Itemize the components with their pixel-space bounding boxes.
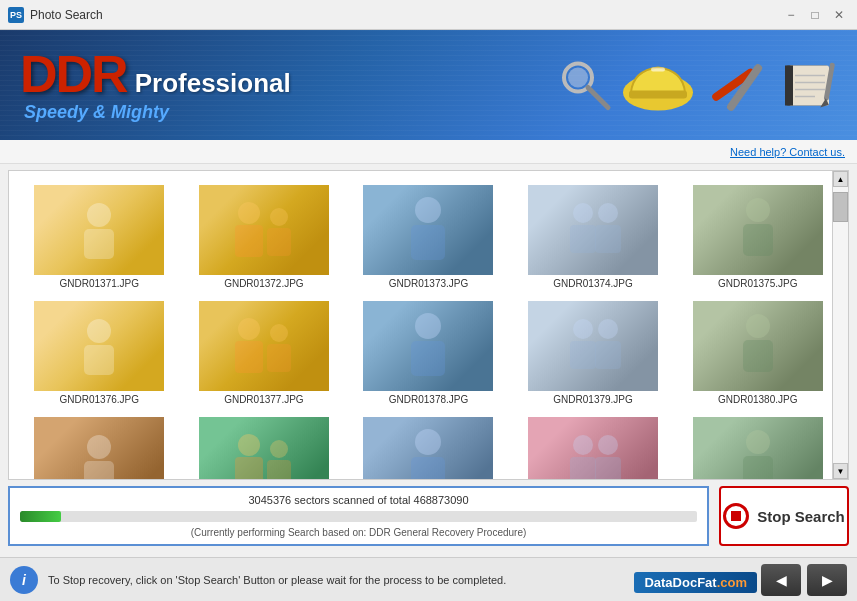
list-item[interactable]: GNDR01380.JPG [675,295,840,411]
progress-text: 3045376 sectors scanned of total 4688730… [20,494,697,506]
svg-rect-4 [629,91,687,99]
svg-rect-22 [267,228,291,256]
svg-rect-52 [411,457,445,480]
photo-label: GNDR01375.JPG [718,278,797,289]
title-bar-left: PS Photo Search [8,7,103,23]
svg-point-33 [238,318,260,340]
photo-label: GNDR01373.JPG [389,278,468,289]
svg-point-35 [270,324,288,342]
brand-watermark: DataDocFat.com [634,572,757,593]
svg-point-39 [573,319,593,339]
magnifier-icon [558,58,613,113]
info-icon: i [10,566,38,594]
progress-box: 3045376 sectors scanned of total 4688730… [8,486,709,546]
photo-thumbnail [363,417,493,480]
photo-thumbnail [34,185,164,275]
helmet-icon [621,53,696,118]
close-button[interactable]: ✕ [829,5,849,25]
list-item[interactable]: GNDR01375.JPG [675,179,840,295]
banner-logo: DDR Professional Speedy & Mighty [20,48,291,123]
svg-line-2 [588,88,608,108]
ddr-text: DDR [20,48,127,100]
stop-label: Stop Search [757,508,845,525]
svg-rect-32 [84,345,114,375]
professional-text: Professional [135,68,291,99]
minimize-button[interactable]: − [781,5,801,25]
window-title: Photo Search [30,8,103,22]
stop-search-button[interactable]: Stop Search [719,486,849,546]
list-item[interactable]: GNDR01371.JPG [17,179,182,295]
photo-label: GNDR01377.JPG [224,394,303,405]
scroll-down-button[interactable]: ▼ [833,463,848,479]
progress-status: (Currently performing Search based on: D… [20,527,697,538]
svg-point-51 [415,429,441,455]
svg-rect-20 [235,225,263,257]
bottom-bar: i To Stop recovery, click on 'Stop Searc… [0,557,857,601]
photo-thumbnail [199,301,329,391]
list-item[interactable]: GNDR01381.JPG [17,411,182,480]
photo-label: GNDR01378.JPG [389,394,468,405]
next-button[interactable]: ▶ [807,564,847,596]
maximize-button[interactable]: □ [805,5,825,25]
help-link[interactable]: Need help? Contact us. [730,146,845,158]
svg-rect-10 [785,65,793,105]
banner-icons [558,53,837,118]
list-item[interactable]: GNDR01382.JPG [182,411,347,480]
brand-name: DataDocFat [644,575,716,590]
svg-point-23 [415,197,441,223]
svg-point-17 [87,203,111,227]
photo-thumbnail [693,185,823,275]
svg-rect-24 [411,225,445,260]
photo-thumbnail [363,301,493,391]
svg-rect-38 [411,341,445,376]
tagline: Speedy & Mighty [24,102,291,123]
svg-point-53 [573,435,593,455]
list-item[interactable]: GNDR01385.JPG [675,411,840,480]
svg-point-47 [238,434,260,456]
list-item[interactable]: GNDR01373.JPG [346,179,511,295]
book-icon [777,60,837,110]
nav-buttons: ◀ ▶ [761,564,847,596]
svg-point-1 [568,68,588,88]
photo-thumbnail [693,417,823,480]
title-bar: PS Photo Search − □ ✕ [0,0,857,30]
list-item[interactable]: GNDR01372.JPG [182,179,347,295]
svg-point-41 [598,319,618,339]
svg-point-19 [238,202,260,224]
svg-rect-56 [595,457,621,480]
list-item[interactable]: GNDR01374.JPG [511,179,676,295]
svg-rect-9 [789,65,829,105]
list-item[interactable]: GNDR01377.JPG [182,295,347,411]
scrollbar[interactable]: ▲ ▼ [832,171,848,479]
svg-point-37 [415,313,441,339]
photo-thumbnail [528,417,658,480]
svg-point-57 [746,430,770,454]
photo-grid-container: GNDR01371.JPGGNDR01372.JPGGNDR01373.JPGG… [8,170,849,480]
list-item[interactable]: GNDR01383.JPG [346,411,511,480]
svg-point-45 [87,435,111,459]
photo-thumbnail [528,185,658,275]
svg-rect-48 [235,457,263,480]
list-item[interactable]: GNDR01384.JPG [511,411,676,480]
svg-point-49 [270,440,288,458]
svg-rect-54 [570,457,596,480]
banner: DDR Professional Speedy & Mighty [0,30,857,140]
svg-rect-26 [570,225,596,253]
svg-rect-5 [651,68,665,72]
list-item[interactable]: GNDR01379.JPG [511,295,676,411]
list-item[interactable]: GNDR01378.JPG [346,295,511,411]
photo-label: GNDR01379.JPG [553,394,632,405]
svg-rect-34 [235,341,263,373]
scroll-thumb[interactable] [833,192,848,222]
svg-rect-40 [570,341,596,369]
svg-rect-42 [595,341,621,369]
list-item[interactable]: GNDR01376.JPG [17,295,182,411]
scroll-up-button[interactable]: ▲ [833,171,848,187]
photo-label: GNDR01380.JPG [718,394,797,405]
brand-tld: .com [717,575,747,590]
svg-point-27 [598,203,618,223]
help-bar: Need help? Contact us. [0,140,857,164]
svg-point-31 [87,319,111,343]
tools-icon [704,55,769,115]
prev-button[interactable]: ◀ [761,564,801,596]
